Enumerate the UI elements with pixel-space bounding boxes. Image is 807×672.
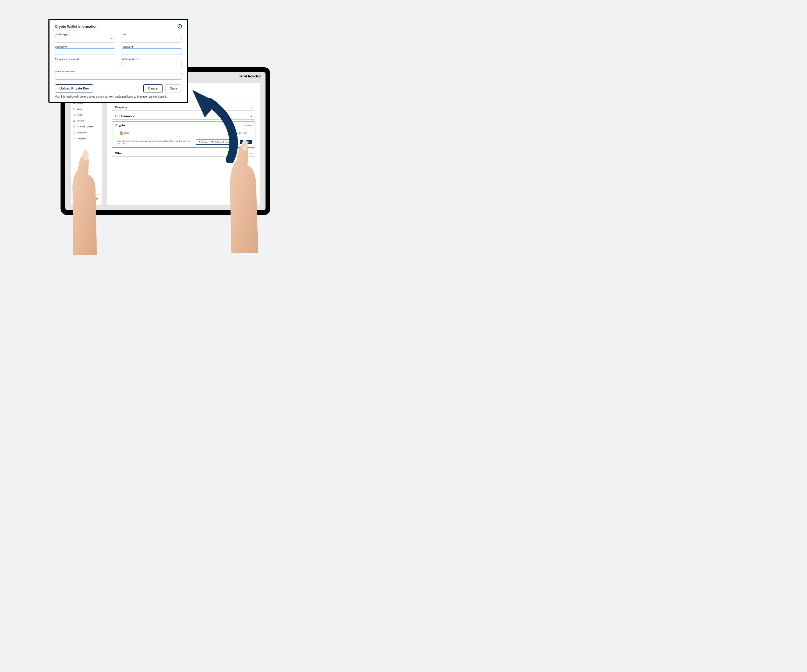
doc-icon xyxy=(73,108,76,110)
avatar[interactable] xyxy=(232,74,237,79)
sidebar-item-label: Health xyxy=(77,114,83,116)
label-wallet-type: Wallet Type * xyxy=(55,33,115,36)
sidebar-item-delegates[interactable]: Delegates xyxy=(71,136,102,141)
url-input[interactable] xyxy=(121,36,182,43)
people-icon xyxy=(73,131,76,134)
file-icon xyxy=(120,131,123,135)
progress-line2: 20 categories left xyxy=(79,200,98,202)
label-username: Username * xyxy=(55,45,115,48)
upload-icon xyxy=(198,141,201,143)
sidebar-item-health[interactable]: Health xyxy=(71,112,102,118)
heart-icon xyxy=(73,113,76,116)
grave-icon xyxy=(73,119,76,122)
encryption-password-input[interactable] xyxy=(55,61,115,67)
svg-point-3 xyxy=(75,132,75,132)
accordion-property[interactable]: Property⌄ xyxy=(112,104,255,111)
chevron-down-icon: ⌄ xyxy=(250,97,252,100)
sidebar-item-label: Personal Wishes xyxy=(77,126,93,128)
username-input[interactable] xyxy=(55,48,115,55)
sidebar-item-recipients[interactable]: Recipients xyxy=(71,129,102,136)
sidebar-item-label: Recipients xyxy=(77,131,87,134)
sidebar-progress: 1 categories complete 20 categories left xyxy=(71,194,102,205)
save-button[interactable]: Save xyxy=(165,84,182,93)
crypto-item-date: Jan 19, 2023 xyxy=(235,132,247,134)
chevron-down-icon: ⌄ xyxy=(250,152,252,154)
svg-point-4 xyxy=(74,137,75,138)
label-url: URL xyxy=(121,33,182,36)
upload-private-key-button[interactable]: Upload Private Key xyxy=(55,84,93,93)
sidebar-item-label: Legal xyxy=(77,108,82,110)
label-enc-password: Encryption password xyxy=(55,58,115,61)
delegate-icon xyxy=(73,137,76,140)
cancel-button[interactable]: Cancel xyxy=(143,84,163,93)
user-name: Janet Ironclad xyxy=(239,74,261,78)
chevron-down-icon: ⌄ xyxy=(250,115,252,118)
password-input[interactable] xyxy=(121,48,182,55)
crypto-wallet-modal: Crypto Wallet information ✕ Wallet Type … xyxy=(48,19,188,103)
modal-encryption-note: Your Information will be encrypted using… xyxy=(55,95,182,98)
accordion-label: Other xyxy=(115,152,123,155)
sidebar-item-funeral[interactable]: Funeral xyxy=(71,118,102,124)
plus-icon: + xyxy=(243,141,244,143)
crypto-item-row[interactable]: sahar Jan 19, 2023 xyxy=(117,130,250,136)
progress-line1: 1 categories complete xyxy=(79,198,98,200)
chevron-down-icon: ⌄ xyxy=(250,106,252,109)
accordion-life-insurance[interactable]: Life Insurance⌄ xyxy=(112,113,255,120)
crypto-item-name: sahar xyxy=(124,132,129,134)
accordion-other[interactable]: Other⌄ xyxy=(112,150,255,157)
sidebar-item-label: Delegates xyxy=(77,137,86,140)
notes-input[interactable] xyxy=(55,73,182,79)
upload-nft-button[interactable]: Upload NFT's / Other Crypto Assets xyxy=(196,139,238,145)
crypto-encryption-note: Your Information will be encrypted using… xyxy=(115,140,194,145)
crypto-title: Crypto xyxy=(115,124,125,127)
wish-icon xyxy=(73,125,76,128)
crypto-status: 1 added xyxy=(244,124,252,127)
sidebar-item-wishes[interactable]: Personal Wishes xyxy=(71,124,102,129)
accordion-crypto: Crypto 1 added sahar Jan 19, 2023 Your I… xyxy=(112,121,255,147)
accordion-label: Property xyxy=(115,106,127,109)
close-icon[interactable]: ✕ xyxy=(178,24,182,28)
svg-point-2 xyxy=(74,132,75,132)
label-password: Password * xyxy=(121,45,182,48)
progress-ring-icon xyxy=(73,197,78,202)
modal-title: Crypto Wallet information xyxy=(55,25,97,28)
sidebar-item-legal[interactable]: Legal xyxy=(71,106,102,112)
wallet-address-input[interactable] xyxy=(121,61,182,67)
wallet-type-select[interactable] xyxy=(55,36,115,43)
sidebar-item-label: Funeral xyxy=(77,120,84,122)
add-crypto-button[interactable]: + Add xyxy=(240,140,252,144)
label-notes: Notes/Instructions xyxy=(55,70,182,73)
accordion-label: Life Insurance xyxy=(115,114,135,118)
label-wallet-address: Wallet Address xyxy=(121,58,182,61)
